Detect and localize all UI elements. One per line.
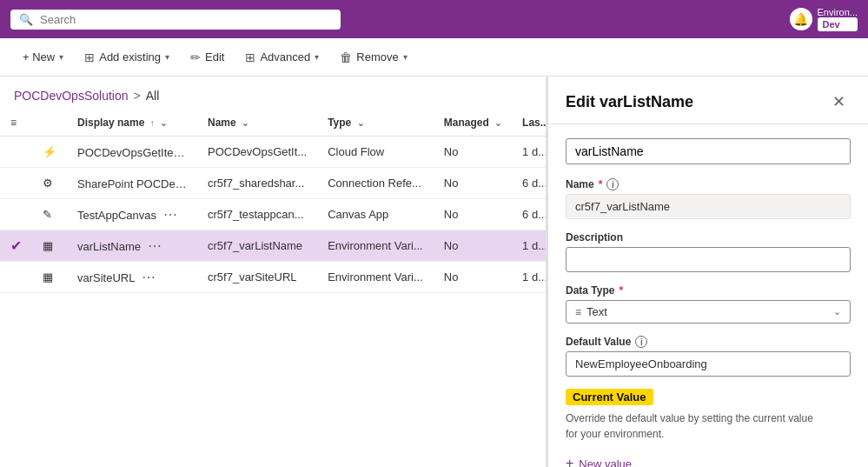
close-button[interactable]: ✕ [827,90,851,113]
table-row[interactable]: ⚙ SharePoint POCDevO... ⋯ cr5f7_sharedsh… [0,168,547,199]
row-managed: No [434,262,512,293]
advanced-button[interactable]: ⊞ Advanced ▾ [236,46,328,69]
row-display-name: POCDevOpsGetItem ⋯ [67,137,197,168]
add-existing-chevron-icon: ▾ [165,52,169,62]
name-sort-icon: ⌄ [242,118,248,128]
row-name: cr5f7_sharedshar... [197,168,317,199]
default-value-info-icon[interactable]: i [635,336,647,348]
row-managed: No [434,230,512,262]
datatype-field-group: Data Type * ≡ Text ⌄ [566,284,851,324]
panel-title: Edit varListName [566,93,693,111]
topbar: 🔍 🔔 Environ... Dev [0,0,868,38]
default-value-input[interactable] [566,351,851,377]
type-icon: ⚡ [43,145,56,158]
notification-bell[interactable]: 🔔 [790,8,812,30]
th-type-icon [32,110,67,137]
row-last: 6 d... [512,168,547,199]
row-checkbox[interactable] [0,199,32,230]
new-button[interactable]: + New ▾ [14,46,72,68]
advanced-label: Advanced [260,50,310,63]
th-name[interactable]: Name ⌄ [197,110,317,137]
advanced-chevron-icon: ▾ [315,52,319,62]
type-icon: ▦ [43,239,53,252]
row-name: cr5f7_testappcan... [197,199,317,230]
plus-icon: + [566,456,573,467]
row-type: Connection Refe... [317,168,434,199]
main-content: POCDevOpsSolution > All ≡ Display name ↑… [0,77,868,467]
row-display-name: SharePoint POCDevO... ⋯ [67,168,197,199]
env-badge: 🔔 Environ... Dev [790,7,858,31]
dev-badge: Dev [818,17,858,31]
th-type[interactable]: Type ⌄ [317,110,434,137]
data-table: ≡ Display name ↑ ⌄ Name ⌄ Type ⌄ [0,110,547,293]
edit-icon: ✏ [190,50,201,64]
row-name: cr5f7_varSiteURL [197,262,317,293]
add-existing-button[interactable]: ⊞ Add existing ▾ [76,46,178,69]
type-icon: ▦ [43,270,53,284]
sort-filter-icon: ⌄ [160,118,167,128]
row-name: POCDevOpsGetIt... [197,137,317,168]
row-display-name: TestAppCanvas ⋯ [67,199,197,230]
row-type: Canvas App [317,199,434,230]
datatype-label: Data Type * [566,284,851,297]
search-icon: 🔍 [19,13,33,26]
advanced-icon: ⊞ [245,50,255,64]
breadcrumb-separator: > [134,89,141,103]
datatype-value: Text [586,305,833,318]
row-checkbox[interactable] [0,262,32,293]
row-options-button[interactable]: ⋯ [144,237,165,254]
toolbar: + New ▾ ⊞ Add existing ▾ ✏ Edit ⊞ Advanc… [0,38,868,77]
edit-label: Edit [205,50,224,63]
type-icon: ✎ [43,208,52,221]
description-input[interactable] [566,247,851,272]
managed-sort-icon: ⌄ [494,118,501,128]
name-label: Name * i [566,178,851,190]
row-checkbox[interactable] [0,168,32,199]
datatype-required-star: * [619,284,623,297]
search-input[interactable] [40,13,332,26]
new-value-label: New value [579,457,632,468]
row-checkbox[interactable] [0,137,32,168]
edit-button[interactable]: ✏ Edit [182,46,233,69]
bell-icon: 🔔 [793,12,808,26]
row-options-button[interactable]: ⋯ [186,143,197,160]
description-field-group: Description [566,231,851,272]
new-value-button[interactable]: + New value [566,452,632,467]
datatype-select[interactable]: ≡ Text ⌄ [566,300,851,324]
name-info-icon[interactable]: i [606,178,619,190]
row-type-icon: ✎ [32,199,67,230]
display-name-input[interactable] [566,138,851,164]
remove-button[interactable]: 🗑 Remove ▾ [331,46,415,69]
new-chevron-icon: ▾ [59,52,63,62]
table-row[interactable]: ✔ ▦ varListName ⋯ cr5f7_varListName Envi… [0,230,547,262]
name-field-group: Name * i cr5f7_varListName [566,178,851,219]
row-last: 6 d... [512,199,547,230]
row-options-button[interactable]: ⋯ [138,269,159,285]
current-value-label: Current Value [566,389,653,405]
column-header-icon: ≡ [10,117,17,129]
type-icon: ⚙ [43,177,53,190]
panel-body: Name * i cr5f7_varListName Description D… [548,124,868,467]
table-row[interactable]: ⚡ POCDevOpsGetItem ⋯ POCDevOpsGetIt... C… [0,137,547,168]
row-type: Environment Vari... [317,230,434,262]
table-row[interactable]: ✎ TestAppCanvas ⋯ cr5f7_testappcan... Ca… [0,199,547,230]
panel-header: Edit varListName ✕ [548,77,868,124]
type-sort-icon: ⌄ [357,118,364,128]
env-info: Environ... Dev [818,7,858,31]
search-box[interactable]: 🔍 [10,10,341,30]
remove-icon: 🗑 [340,50,352,64]
add-existing-label: Add existing [99,50,161,63]
row-type-icon: ⚙ [32,168,67,199]
remove-chevron-icon: ▾ [403,52,407,62]
new-button-label: + New [23,50,55,63]
th-checkbox: ≡ [0,110,32,137]
row-checkbox[interactable]: ✔ [0,230,32,262]
th-display-name[interactable]: Display name ↑ ⌄ [67,110,197,137]
th-managed[interactable]: Managed ⌄ [434,110,512,137]
breadcrumb-parent[interactable]: POCDevOpsSolution [14,89,129,103]
row-managed: No [434,199,512,230]
row-display-name: varListName ⋯ [67,230,197,262]
name-readonly-value: cr5f7_varListName [566,194,851,219]
row-options-button[interactable]: ⋯ [160,206,181,223]
table-row[interactable]: ▦ varSiteURL ⋯ cr5f7_varSiteURL Environm… [0,262,547,293]
